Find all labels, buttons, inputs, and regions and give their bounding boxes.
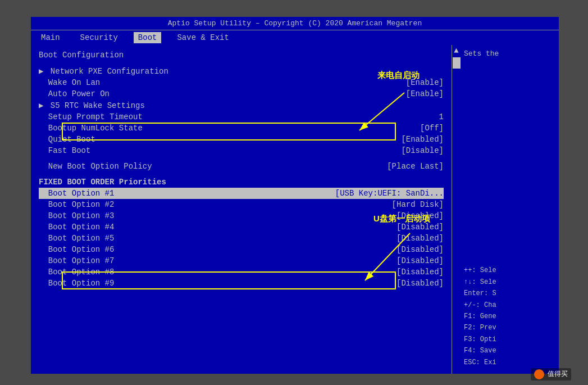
list-item[interactable]: New Boot Option Policy [Place Last]	[39, 161, 444, 172]
entry-label: Boot Option #6	[39, 245, 396, 254]
menu-security[interactable]: Security	[76, 32, 122, 43]
menu-bar: Main Security Boot Save & Exit	[31, 30, 559, 45]
list-item[interactable]: Fast Boot [Disable]	[39, 145, 444, 156]
title-text: Aptio Setup Utility – Copyright (C) 2020…	[168, 19, 422, 28]
entry-label: Boot Option #8	[39, 268, 396, 277]
menu-boot[interactable]: Boot	[134, 32, 162, 43]
entry-label: ▶ Network PXE Configuration	[39, 66, 444, 76]
left-panel: Boot Configuration ▶ Network PXE Configu…	[31, 45, 452, 374]
list-item[interactable]: Quiet Boot [Enabled]	[39, 134, 444, 145]
boot-option-5[interactable]: Boot Option #5 [Disabled]	[39, 233, 444, 244]
entry-value: [Disabled]	[396, 279, 444, 288]
shortcut-f1: F1: Gene	[464, 311, 554, 322]
shortcut-f2: F2: Prev	[464, 322, 554, 333]
entry-value: [Place Last]	[387, 162, 444, 171]
shortcut-change: +/-: Cha	[464, 300, 554, 311]
content-area: Boot Configuration ▶ Network PXE Configu…	[31, 45, 559, 374]
bios-screen: Aptio Setup Utility – Copyright (C) 2020…	[31, 17, 559, 374]
entry-value: [Off]	[420, 124, 444, 133]
entry-value: [Disabled]	[396, 211, 444, 220]
arrow-icon: ▶	[39, 101, 43, 110]
watermark-text: 值得买	[548, 370, 568, 378]
entry-label: Boot Option #9	[39, 279, 396, 288]
list-item[interactable]: ▶ S5 RTC Wake Settings	[39, 99, 444, 111]
boot-option-9[interactable]: Boot Option #9 [Disabled]	[39, 278, 444, 289]
list-item[interactable]: Setup Prompt Timeout 1	[39, 111, 444, 123]
list-item[interactable]: Wake On Lan [Enable]	[39, 77, 444, 88]
title-bar: Aptio Setup Utility – Copyright (C) 2020…	[31, 17, 559, 30]
entry-label: Boot Option #7	[39, 256, 396, 265]
entry-value: [Disabled]	[396, 268, 444, 277]
entry-label: Boot Option #4	[39, 223, 396, 232]
auto-power-on-entry[interactable]: Auto Power On [Enable]	[39, 88, 444, 99]
right-panel: Sets the ++: Sele ↑↓: Sele Enter: S +/-:…	[461, 45, 559, 374]
entry-label: Setup Prompt Timeout	[39, 112, 439, 121]
entry-label: Fast Boot	[39, 146, 401, 155]
entry-label: Bootup NumLock State	[39, 124, 420, 133]
scrollbar[interactable]: ▲	[452, 45, 461, 374]
entry-label: Quiet Boot	[39, 135, 401, 144]
list-item[interactable]: Bootup NumLock State [Off]	[39, 123, 444, 134]
shortcut-nav: ↑↓: Sele	[464, 277, 554, 288]
shortcut-f4: F4: Save	[464, 345, 554, 356]
entry-label: Auto Power On	[39, 89, 406, 98]
entry-value: [Enabled]	[401, 135, 444, 144]
entry-value: [Disabled]	[396, 245, 444, 254]
entry-label: Wake On Lan	[39, 78, 406, 87]
shortcut-esc: ESC: Exi	[464, 357, 554, 368]
entry-value: [Hard Disk]	[392, 200, 444, 209]
scroll-thumb[interactable]	[453, 57, 461, 69]
entry-value: [Enable]	[406, 89, 444, 98]
watermark-icon	[534, 369, 544, 379]
list-item[interactable]: ▶ Network PXE Configuration	[39, 65, 444, 77]
boot-option-1[interactable]: Boot Option #1 [USB Key:UEFI: SanDi...	[39, 188, 444, 199]
entry-value: [Disable]	[401, 146, 444, 155]
entry-label: Boot Option #5	[39, 234, 396, 243]
boot-option-2[interactable]: Boot Option #2 [Hard Disk]	[39, 199, 444, 210]
entry-value: 1	[439, 112, 444, 121]
boot-option-8[interactable]: Boot Option #8 [Disabled]	[39, 266, 444, 278]
entry-label: ▶ S5 RTC Wake Settings	[39, 101, 444, 110]
watermark: 值得买	[531, 368, 571, 381]
fixed-boot-section: FIXED BOOT ORDER Priorities	[39, 176, 444, 188]
boot-config-title: Boot Configuration	[39, 51, 444, 60]
scroll-up-arrow[interactable]: ▲	[454, 46, 458, 55]
entry-value: [Disabled]	[396, 223, 444, 232]
shortcut-select-item: ++: Sele	[464, 265, 554, 276]
help-text: Sets the	[464, 49, 499, 58]
boot-option-3[interactable]: Boot Option #3 [Disabled]	[39, 210, 444, 221]
entry-value: [Enable]	[406, 78, 444, 87]
arrow-icon: ▶	[39, 67, 43, 76]
boot-option-7[interactable]: Boot Option #7 [Disabled]	[39, 255, 444, 266]
entry-value: [USB Key:UEFI: SanDi...	[335, 189, 444, 198]
entry-label: Boot Option #3	[39, 211, 396, 220]
shortcut-f3: F3: Opti	[464, 334, 554, 345]
menu-main[interactable]: Main	[37, 32, 65, 43]
boot-option-4[interactable]: Boot Option #4 [Disabled]	[39, 221, 444, 233]
menu-save-exit[interactable]: Save & Exit	[172, 32, 233, 43]
section-label: FIXED BOOT ORDER Priorities	[39, 178, 444, 187]
shortcuts-panel: ++: Sele ↑↓: Sele Enter: S +/-: Cha F1: …	[464, 265, 554, 368]
shortcut-enter: Enter: S	[464, 288, 554, 299]
boot-option-6[interactable]: Boot Option #6 [Disabled]	[39, 244, 444, 255]
entry-label: Boot Option #1	[39, 189, 335, 198]
entry-label: New Boot Option Policy	[39, 162, 387, 171]
entry-value: [Disabled]	[396, 234, 444, 243]
entry-label: Boot Option #2	[39, 200, 392, 209]
entry-value: [Disabled]	[396, 256, 444, 265]
